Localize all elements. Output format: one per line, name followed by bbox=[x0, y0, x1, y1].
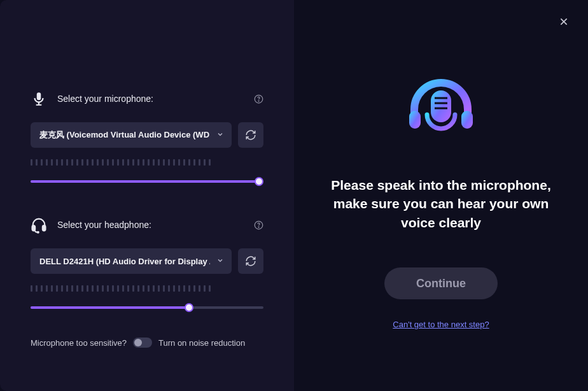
noise-reduction-toggle[interactable] bbox=[133, 338, 152, 348]
svg-rect-10 bbox=[461, 111, 473, 129]
microphone-icon bbox=[29, 89, 48, 108]
continue-label: Continue bbox=[416, 277, 466, 290]
headphone-row: DELL D2421H (HD Audio Driver for Display… bbox=[31, 248, 263, 274]
microphone-level-meter bbox=[31, 159, 263, 166]
close-button[interactable] bbox=[556, 14, 571, 29]
microphone-refresh-button[interactable] bbox=[238, 122, 263, 148]
svg-point-1 bbox=[258, 101, 259, 101]
toggle-thumb bbox=[134, 339, 142, 346]
headphone-section: Select your headphone: DELL D2421H (HD A… bbox=[31, 215, 263, 312]
headphone-slider-fill bbox=[31, 306, 189, 309]
chevron-down-icon bbox=[216, 255, 224, 267]
headphone-refresh-button[interactable] bbox=[238, 248, 263, 274]
headphone-dropdown[interactable]: DELL D2421H (HD Audio Driver for Display… bbox=[31, 248, 232, 274]
microphone-selected: 麦克风 (Voicemod Virtual Audio Device (WD bbox=[39, 129, 209, 141]
svg-point-4 bbox=[38, 232, 39, 233]
microphone-headphone-hero-icon bbox=[396, 65, 486, 154]
instruction-panel: Please speak into the microphone, make s… bbox=[294, 0, 588, 391]
svg-rect-3 bbox=[43, 225, 46, 231]
headphone-slider-thumb bbox=[185, 303, 193, 312]
headphone-level-meter bbox=[31, 285, 263, 292]
microphone-row: 麦克风 (Voicemod Virtual Audio Device (WD bbox=[31, 122, 263, 148]
microphone-label: Select your microphone: bbox=[57, 94, 153, 104]
microphone-dropdown[interactable]: 麦克风 (Voicemod Virtual Audio Device (WD bbox=[31, 122, 232, 148]
continue-button[interactable]: Continue bbox=[384, 267, 498, 299]
microphone-slider-thumb bbox=[255, 177, 263, 186]
noise-question: Microphone too sensitive? bbox=[31, 338, 127, 348]
noise-reduction-row: Microphone too sensitive? Turn on noise … bbox=[31, 338, 263, 348]
svg-rect-9 bbox=[409, 111, 421, 129]
microphone-volume-slider[interactable] bbox=[31, 177, 263, 186]
microphone-section: Select your microphone: 麦克风 (Voicemod Vi… bbox=[31, 89, 263, 186]
headphone-volume-slider[interactable] bbox=[31, 303, 263, 312]
instruction-text: Please speak into the microphone, make s… bbox=[326, 176, 556, 232]
headphone-header: Select your headphone: bbox=[31, 215, 263, 234]
headphone-icon bbox=[29, 215, 48, 234]
noise-action-label: Turn on noise reduction bbox=[158, 338, 245, 348]
chevron-down-icon bbox=[216, 129, 224, 141]
headphone-selected: DELL D2421H (HD Audio Driver for Display… bbox=[39, 257, 210, 266]
settings-panel: Select your microphone: 麦克风 (Voicemod Vi… bbox=[0, 0, 294, 391]
help-icon[interactable] bbox=[253, 220, 263, 230]
help-link[interactable]: Can't get to the next step? bbox=[393, 320, 489, 329]
help-icon[interactable] bbox=[253, 94, 263, 104]
headphone-label: Select your headphone: bbox=[57, 220, 151, 230]
microphone-header: Select your microphone: bbox=[31, 89, 263, 108]
svg-point-6 bbox=[258, 227, 259, 227]
microphone-slider-fill bbox=[31, 180, 259, 183]
svg-rect-11 bbox=[431, 90, 451, 122]
svg-rect-2 bbox=[32, 225, 36, 231]
